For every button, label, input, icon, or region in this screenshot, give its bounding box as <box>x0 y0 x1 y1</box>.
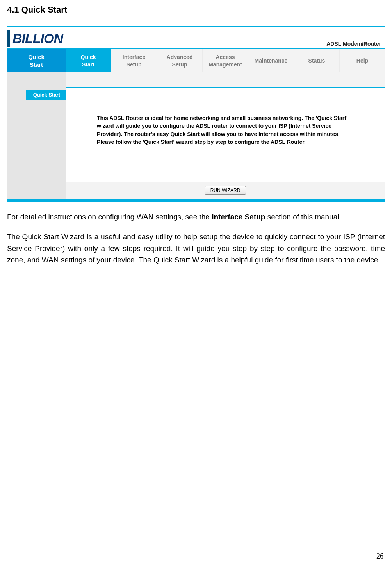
content-row: This ADSL Router is ideal for home netwo… <box>7 100 385 182</box>
content-left-spacer <box>7 100 66 182</box>
content-panel: This ADSL Router is ideal for home netwo… <box>66 100 385 182</box>
submenu-left-spacer <box>7 72 66 87</box>
paragraph-1-suffix: section of this manual. <box>265 213 341 221</box>
side-title: Quick Start <box>7 49 66 72</box>
side-column: Quick Start <box>7 49 66 72</box>
content-description: This ADSL Router is ideal for home netwo… <box>97 114 355 146</box>
section-heading: 4.1 Quick Start <box>7 5 385 15</box>
paragraph-1: For detailed instructions on configuring… <box>7 211 385 222</box>
tab-maintenance[interactable]: Maintenance <box>248 49 294 72</box>
tab-access-management[interactable]: Access Management <box>203 49 248 72</box>
page-number: 26 <box>376 552 383 561</box>
nav-row: Quick Start Quick Start Interface Setup … <box>7 49 385 72</box>
quick-start-label-row: Quick Start <box>7 87 385 100</box>
button-row: RUN WIZARD <box>7 182 385 199</box>
screenshot-header: BILLION ADSL Modem/Router <box>7 27 385 49</box>
paragraph-1-prefix: For detailed instructions on configuring… <box>7 213 212 221</box>
button-area: RUN WIZARD <box>66 182 385 199</box>
button-left-spacer <box>7 182 66 199</box>
bottom-accent-bar <box>7 199 385 202</box>
paragraph-1-bold: Interface Setup <box>212 213 265 221</box>
tab-bar: Quick Start Interface Setup Advanced Set… <box>66 49 385 72</box>
brand-logo: BILLION <box>12 32 63 45</box>
tab-quick-start[interactable]: Quick Start <box>66 49 111 72</box>
submenu-row <box>7 72 385 87</box>
paragraph-2: The Quick Start Wizard is a useful and e… <box>7 231 385 265</box>
tab-help[interactable]: Help <box>340 49 385 72</box>
quick-start-badge: Quick Start <box>26 90 66 100</box>
brand-divider <box>7 30 10 47</box>
product-label: ADSL Modem/Router <box>326 41 381 47</box>
tab-advanced-setup[interactable]: Advanced Setup <box>157 49 203 72</box>
brand-block: BILLION <box>7 30 63 47</box>
run-wizard-button[interactable]: RUN WIZARD <box>205 186 246 195</box>
quick-start-divider <box>66 87 385 100</box>
router-admin-screenshot: BILLION ADSL Modem/Router Quick Start Qu… <box>7 26 385 202</box>
quick-start-badge-cell: Quick Start <box>7 87 66 100</box>
submenu-right-spacer <box>66 72 385 87</box>
tab-interface-setup[interactable]: Interface Setup <box>111 49 157 72</box>
tab-status[interactable]: Status <box>294 49 340 72</box>
